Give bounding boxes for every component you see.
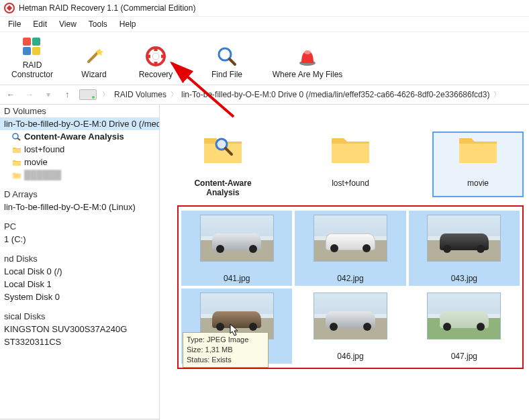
lifebuoy-icon — [145, 46, 166, 67]
svg-point-14 — [13, 134, 18, 139]
tree-item-label: movie — [24, 157, 48, 167]
folder-movie[interactable]: movie — [432, 132, 524, 197]
window-title: Hetman RAID Recovery 1.1 (Commercial Edi… — [19, 3, 195, 13]
svg-rect-5 — [32, 47, 40, 55]
menu-tools[interactable]: Tools — [83, 18, 113, 30]
tree-content-aware[interactable]: Content-Aware Analysis — [0, 130, 159, 143]
svg-point-13 — [304, 50, 311, 54]
tree-section-physical: sical Disks — [0, 307, 159, 323]
nav-forward[interactable]: → — [23, 88, 36, 101]
tool-label: RAID Constructor — [4, 60, 60, 79]
file-item[interactable]: 047.jpg — [409, 288, 520, 364]
breadcrumb[interactable]: RAID Volumes 〉 lin-To-be-filled-by-O-E-M… — [114, 90, 500, 99]
tree-item-label: ██████ — [24, 170, 61, 180]
folder-icon — [330, 132, 371, 165]
folder-lostfound[interactable]: lost+found — [305, 132, 396, 197]
titlebar: Hetman RAID Recovery 1.1 (Commercial Edi… — [0, 0, 529, 16]
tool-wizard[interactable]: Wizard — [63, 35, 125, 81]
folder-icon — [12, 171, 21, 179]
file-thumbnail — [427, 215, 501, 262]
svg-line-15 — [17, 138, 20, 140]
tool-recovery[interactable]: Recovery — [125, 35, 187, 81]
menu-edit[interactable]: Edit — [28, 18, 52, 30]
tool-find-file[interactable]: Find File — [187, 35, 267, 81]
tree-section-arrays: D Arrays — [0, 185, 159, 201]
tree-phys1[interactable]: ST3320311CS — [0, 335, 159, 348]
tooltip-line: Status: Exists — [187, 355, 264, 365]
breadcrumb-root[interactable]: RAID Volumes — [114, 90, 166, 99]
nav-back[interactable]: ← — [4, 88, 17, 101]
tree-drive[interactable]: lin-To-be-filled-by-O-E-M:0 Drive 0 (/me… — [0, 117, 159, 130]
folder-label: lost+found — [305, 178, 396, 188]
magnifier-small-icon — [12, 133, 21, 141]
tool-where-files[interactable]: Where Are My Files — [267, 35, 348, 81]
magnifier-icon — [216, 46, 238, 67]
tree-lostfound[interactable]: lost+found — [0, 143, 159, 156]
file-thumbnail — [314, 215, 387, 262]
folders-row: Content-Aware Analysis lost+found movie — [177, 111, 524, 205]
svg-line-17 — [226, 148, 232, 154]
tool-raid-constructor[interactable]: RAID Constructor — [1, 35, 63, 81]
workspace: D Volumes lin-To-be-filled-by-O-E-M:0 Dr… — [0, 105, 529, 420]
chevron-icon: 〉 — [102, 90, 109, 99]
svg-point-9 — [152, 53, 159, 60]
file-name: 047.jpg — [412, 352, 517, 361]
folder-icon — [457, 132, 499, 165]
tree-item-label: Content-Aware Analysis — [24, 132, 124, 142]
folder-content-aware[interactable]: Content-Aware Analysis — [177, 132, 269, 197]
tool-label: Wizard — [81, 70, 106, 79]
alarm-icon — [297, 46, 318, 67]
toolbar: RAID Constructor Wizard Recovery Find Fi… — [0, 32, 529, 85]
tree-pc-drive[interactable]: 1 (C:) — [0, 233, 159, 246]
tool-label: Find File — [211, 70, 242, 79]
tree-section-volumes: D Volumes — [0, 105, 159, 117]
nav-history-dropdown[interactable]: ▾ — [42, 88, 55, 101]
tree-section-nd-disks: nd Disks — [0, 250, 159, 265]
file-name: 042.jpg — [297, 274, 403, 283]
folder-icon — [12, 146, 21, 154]
file-item[interactable]: 041.jpg — [181, 211, 292, 286]
drive-icon — [79, 89, 97, 100]
menu-view[interactable]: View — [54, 18, 82, 30]
tree-section-pc: PC — [0, 217, 159, 233]
puzzle-icon — [21, 36, 43, 58]
file-grid: 041.jpg 042.jpg 043.jpg Type: JPEG Image… — [177, 205, 524, 369]
file-name: 046.jpg — [297, 352, 403, 361]
tree-local0[interactable]: Local Disk 0 (/) — [0, 265, 159, 278]
tree-blurred[interactable]: ██████ — [0, 168, 159, 181]
tree-array[interactable]: lin-To-be-filled-by-O-E-M:0 (Linux) — [0, 201, 159, 213]
file-tooltip: Type: JPEG Image Size: 1,31 MB Status: E… — [183, 332, 269, 368]
svg-line-11 — [230, 59, 235, 64]
file-thumbnail — [314, 293, 387, 339]
svg-rect-3 — [32, 38, 40, 46]
app-icon — [4, 3, 15, 13]
content-panel: Content-Aware Analysis lost+found movie … — [160, 105, 529, 420]
tree-phys0[interactable]: KINGSTON SUV300S37A240G — [0, 323, 159, 335]
tree-local1[interactable]: Local Disk 1 — [0, 278, 159, 291]
tool-label: Where Are My Files — [273, 70, 343, 79]
menu-help[interactable]: Help — [114, 18, 142, 30]
chevron-icon: 〉 — [493, 90, 500, 99]
svg-rect-4 — [23, 47, 31, 55]
chevron-icon: 〉 — [171, 90, 177, 99]
nav-up[interactable]: ↑ — [60, 88, 74, 101]
breadcrumb-path[interactable]: lin-To-be-filled-by-O-E-M:0 Drive 0 (/me… — [181, 90, 489, 99]
file-thumbnail — [427, 293, 501, 339]
mouse-cursor-icon — [230, 323, 239, 337]
tooltip-line: Size: 1,31 MB — [187, 345, 264, 355]
file-item[interactable]: 043.jpg — [409, 211, 520, 286]
svg-rect-2 — [23, 38, 31, 46]
file-name: 043.jpg — [412, 274, 517, 283]
file-item[interactable]: 046.jpg — [295, 288, 405, 364]
file-thumbnail — [200, 215, 274, 262]
file-item-current[interactable]: Type: JPEG Image Size: 1,31 MB Status: E… — [181, 288, 292, 364]
tree-system0[interactable]: System Disk 0 — [0, 291, 159, 303]
wand-icon — [83, 46, 105, 67]
menu-file[interactable]: File — [3, 18, 26, 30]
file-name: 041.jpg — [184, 274, 289, 283]
file-item[interactable]: 042.jpg — [295, 211, 405, 286]
tree-panel: D Volumes lin-To-be-filled-by-O-E-M:0 Dr… — [0, 105, 160, 420]
tooltip-line: Type: JPEG Image — [187, 335, 264, 345]
tree-movie[interactable]: movie — [0, 156, 159, 168]
tool-label: Recovery — [139, 70, 173, 79]
